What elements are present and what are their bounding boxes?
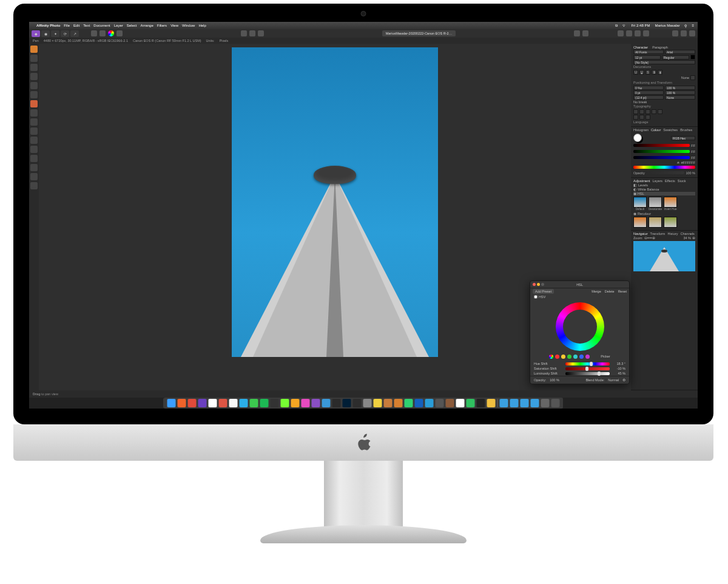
typo-btn[interactable] bbox=[645, 109, 650, 114]
brush-tool[interactable] bbox=[30, 100, 38, 107]
dodge-tool[interactable] bbox=[30, 137, 38, 144]
hscale-input[interactable]: 100 % bbox=[665, 90, 695, 95]
adj-white-balance[interactable]: ◐ White Balance bbox=[633, 188, 695, 191]
selection-mode-icon[interactable] bbox=[249, 30, 255, 36]
dock-app-icon[interactable] bbox=[240, 399, 248, 407]
dock-app-icon[interactable] bbox=[384, 399, 393, 407]
dock-app-icon[interactable] bbox=[374, 399, 382, 407]
lum-shift-slider[interactable] bbox=[565, 372, 610, 375]
hsl-blue-dot[interactable] bbox=[579, 355, 584, 359]
snap-icon[interactable] bbox=[574, 30, 580, 36]
hsl-green-dot[interactable] bbox=[567, 355, 571, 359]
crop-tool[interactable] bbox=[30, 73, 38, 80]
dock-app-icon[interactable] bbox=[343, 399, 351, 407]
erase-tool[interactable] bbox=[30, 118, 38, 126]
dock-app-icon[interactable] bbox=[178, 399, 186, 407]
vscale-input[interactable]: None bbox=[665, 95, 695, 100]
typo-btn[interactable] bbox=[658, 109, 662, 114]
dock-app-icon[interactable] bbox=[188, 399, 197, 407]
baseline-input[interactable]: 0 pt bbox=[633, 90, 664, 95]
hsl-magenta-dot[interactable] bbox=[585, 355, 590, 359]
opacity-value[interactable]: 100 % bbox=[550, 378, 559, 382]
photo-persona[interactable]: ◆ bbox=[32, 30, 40, 37]
tab-swatches[interactable]: Swatches bbox=[663, 128, 678, 132]
fill-tool[interactable] bbox=[30, 109, 38, 117]
tab-paragraph[interactable]: Paragraph bbox=[652, 46, 668, 49]
r-slider[interactable] bbox=[633, 144, 690, 147]
tab-character[interactable]: Character bbox=[633, 46, 648, 49]
tab-colour[interactable]: Colour bbox=[651, 128, 661, 132]
tab-navigator[interactable]: Navigator bbox=[633, 232, 648, 236]
dock-app-icon[interactable] bbox=[405, 399, 413, 407]
dock-app-icon[interactable] bbox=[209, 399, 217, 407]
lum-shift-value[interactable]: 45 % bbox=[612, 372, 625, 375]
arrange-icon[interactable] bbox=[635, 30, 641, 36]
underline-button[interactable]: U bbox=[633, 70, 638, 75]
selection-mode-icon[interactable] bbox=[258, 30, 264, 36]
picker-label[interactable]: Picker bbox=[601, 355, 610, 359]
double-underline-button[interactable]: U̲ bbox=[639, 70, 644, 75]
font-colour-swatch[interactable] bbox=[690, 55, 695, 59]
typo-btn[interactable] bbox=[645, 115, 650, 120]
double-strike-button[interactable]: S̶ bbox=[652, 70, 656, 75]
tab-transform[interactable]: Transform bbox=[650, 232, 666, 236]
dock-app-icon[interactable] bbox=[363, 399, 372, 407]
user-name[interactable]: Marius Masalar bbox=[655, 24, 679, 27]
typo-btn[interactable] bbox=[639, 109, 644, 114]
dock-app-icon[interactable] bbox=[353, 399, 362, 407]
hue-shift-slider[interactable] bbox=[565, 362, 610, 365]
blend-mode-select[interactable]: Normal bbox=[608, 378, 619, 382]
inpaint-tool[interactable] bbox=[30, 146, 38, 153]
spotlight-icon[interactable]: ⚲ bbox=[684, 24, 687, 28]
text-tool[interactable] bbox=[30, 173, 38, 180]
hsl-colour-wheel[interactable] bbox=[556, 302, 604, 351]
pen-tool[interactable] bbox=[30, 155, 38, 162]
tracking-input[interactable]: 0 %o bbox=[633, 86, 664, 90]
adj-levels[interactable]: ◧ Levels bbox=[633, 183, 695, 187]
recolour-preset[interactable] bbox=[633, 217, 647, 228]
g-val[interactable]: FF bbox=[691, 150, 695, 154]
toolbar-icon[interactable] bbox=[91, 30, 97, 36]
opacity-slider[interactable] bbox=[646, 171, 685, 174]
arrange-icon[interactable] bbox=[618, 30, 624, 36]
assistant-icon[interactable] bbox=[681, 30, 687, 36]
reset-button[interactable]: Reset bbox=[618, 290, 627, 293]
document-canvas[interactable] bbox=[232, 47, 438, 357]
kerning-input[interactable]: (12.4 pt) bbox=[633, 95, 664, 100]
font-family-select[interactable]: Arial bbox=[665, 50, 695, 54]
dock-app-icon[interactable] bbox=[281, 399, 289, 407]
font-size-input[interactable]: 12 pt bbox=[633, 55, 661, 59]
hsl-dialog[interactable]: HSL Add Preset Merge Delete Reset HSV bbox=[530, 280, 630, 384]
selection-mode-icon[interactable] bbox=[241, 30, 247, 36]
dock-stack-icon[interactable] bbox=[531, 399, 539, 407]
bg-colour-button[interactable]: ▮ bbox=[658, 70, 662, 75]
typography-header[interactable]: Typography bbox=[633, 104, 695, 108]
dock-app-icon[interactable] bbox=[477, 399, 485, 407]
hsl-titlebar[interactable]: HSL bbox=[530, 281, 629, 288]
dock-app-icon[interactable] bbox=[415, 399, 423, 407]
language-header[interactable]: Language bbox=[633, 120, 695, 124]
menu-help[interactable]: Help bbox=[198, 24, 206, 27]
delete-button[interactable]: Delete bbox=[605, 290, 615, 293]
preset-invert-hue[interactable] bbox=[664, 197, 677, 208]
dock-app-icon[interactable] bbox=[487, 399, 496, 407]
preset-default[interactable] bbox=[633, 197, 647, 208]
zoom-button[interactable] bbox=[541, 283, 544, 286]
navigator-preview[interactable] bbox=[633, 241, 695, 271]
colour-picker-tool[interactable] bbox=[30, 64, 38, 71]
dock-app-icon[interactable] bbox=[467, 399, 475, 407]
hsl-master-dot[interactable] bbox=[549, 355, 553, 359]
menu-filters[interactable]: Filters bbox=[157, 24, 167, 27]
tab-effects[interactable]: Effects bbox=[665, 179, 675, 183]
move-tool[interactable] bbox=[30, 55, 38, 62]
typo-btn[interactable] bbox=[633, 109, 638, 114]
primary-colour-swatch[interactable] bbox=[633, 134, 642, 142]
tab-layers[interactable]: Layers bbox=[653, 179, 663, 183]
zoom-tool[interactable] bbox=[30, 182, 38, 189]
posxform-header[interactable]: Positioning and Transform bbox=[633, 81, 695, 84]
arrange-icon[interactable] bbox=[643, 30, 649, 36]
decorations-header[interactable]: Decorations bbox=[633, 65, 695, 69]
hex-value[interactable]: #FFFFFF bbox=[681, 161, 695, 165]
dock-app-icon[interactable] bbox=[167, 399, 176, 407]
shape-tool[interactable] bbox=[30, 164, 38, 171]
